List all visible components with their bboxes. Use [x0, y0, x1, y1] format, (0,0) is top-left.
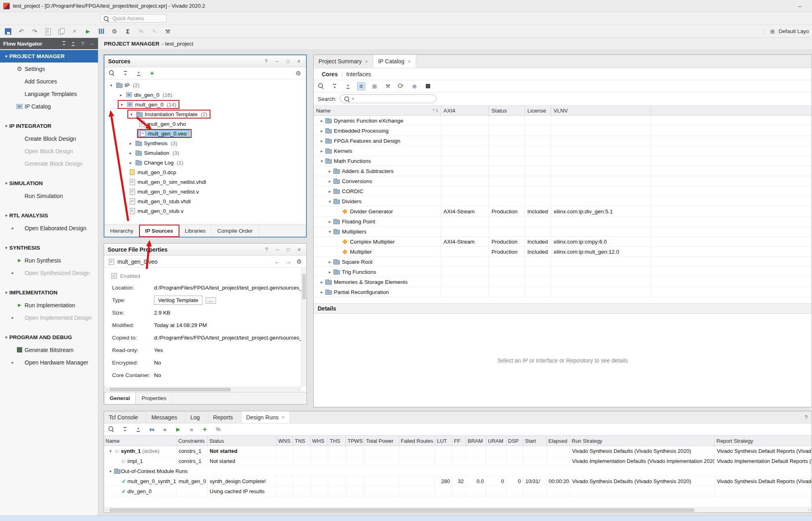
menu-item[interactable]: [41, 17, 51, 21]
bottom-tab[interactable]: Tcl Console: [104, 411, 146, 423]
search-icon[interactable]: [317, 82, 325, 90]
expander-icon[interactable]: ▾: [107, 449, 114, 453]
scrollbar-thumb[interactable]: [110, 388, 231, 391]
help-icon[interactable]: [263, 246, 270, 253]
settings-icon[interactable]: [294, 69, 302, 77]
expand-all-icon[interactable]: [70, 41, 76, 47]
catalog-row[interactable]: ▾ Math Functions: [314, 156, 812, 166]
column-header[interactable]: License: [525, 106, 551, 115]
catalog-row[interactable]: ▸ Partial Reconfiguration: [314, 287, 812, 297]
fforward-icon[interactable]: [187, 425, 196, 433]
quick-access-search[interactable]: Quick Access: [100, 14, 167, 23]
catalog-row[interactable]: ▸ Memories & Storage Elements: [314, 277, 812, 287]
catalog-row[interactable]: ▸ Trig Functions: [314, 267, 812, 277]
design-run-row[interactable]: mult_gen_0_synth_1 mult_gen_0 synth_desi…: [104, 476, 812, 486]
expand-all-icon[interactable]: [344, 82, 352, 90]
expander-icon[interactable]: ▸: [319, 119, 325, 123]
flow-nav-item[interactable]: IP Catalog: [0, 100, 98, 113]
help-icon[interactable]: [262, 58, 270, 65]
design-run-row[interactable]: div_gen_0 Using cached IP results: [104, 486, 812, 496]
bottom-tab[interactable]: Reports: [208, 411, 242, 423]
delete-icon[interactable]: [70, 27, 79, 36]
flow-nav-item[interactable]: Generate Block Design: [0, 157, 98, 170]
layout-selector[interactable]: Default Layou: [764, 28, 809, 35]
tree-item[interactable]: ▸ div_gen_0 (16): [104, 90, 306, 100]
flow-nav-item[interactable]: ▾ SIMULATION: [0, 177, 98, 190]
float-icon[interactable]: [274, 246, 281, 253]
flow-nav-item[interactable]: Language Templates: [0, 88, 98, 100]
flow-nav-item[interactable]: ▸ Open Synthesized Design: [0, 267, 98, 279]
menu-item[interactable]: [2, 17, 12, 21]
column-header[interactable]: LUT: [435, 436, 452, 446]
flow-nav-item[interactable]: Generate Bitstream: [0, 344, 98, 356]
menu-item[interactable]: [70, 17, 80, 21]
minimize-button[interactable]: –: [791, 2, 809, 9]
column-header[interactable]: DSP: [506, 436, 523, 446]
close-tab-icon[interactable]: ×: [365, 58, 368, 65]
percent-icon[interactable]: [214, 425, 222, 433]
stop-icon[interactable]: [424, 82, 432, 90]
edit-icon[interactable]: [150, 27, 159, 36]
catalog-row[interactable]: ▸ Kernels: [314, 146, 812, 156]
catalog-row[interactable]: Complex Multiplier AXI4-Stream Productio…: [314, 237, 812, 247]
expand-all-icon[interactable]: [135, 69, 143, 77]
tree-item[interactable]: ▸ Synthesis (3): [104, 138, 306, 148]
bottom-tab[interactable]: Messages: [146, 411, 185, 423]
expander-icon[interactable]: ▾: [327, 229, 333, 234]
scroll-right-icon[interactable]: [806, 508, 812, 512]
tree-item[interactable]: mult_gen_0.dcp: [104, 167, 306, 177]
flow-nav-item[interactable]: ▾ SYNTHESIS: [0, 242, 98, 254]
flow-nav-item[interactable]: Run Implementation: [0, 299, 98, 311]
tree-item[interactable]: ▾ mult_gen_0 (14): [104, 100, 306, 109]
expander-icon[interactable]: ▸: [327, 169, 333, 173]
column-header[interactable]: Name ^ 1: [314, 106, 441, 115]
web-icon[interactable]: [410, 82, 418, 90]
tree-item[interactable]: mult_gen_0.vho: [104, 119, 306, 129]
catalog-row[interactable]: Divider Generator AXI4-Stream Production…: [314, 206, 812, 217]
tools-icon[interactable]: [163, 27, 173, 36]
catalog-row[interactable]: ▸ Square Root: [314, 257, 812, 267]
maximize-icon[interactable]: [284, 58, 291, 65]
design-run-row[interactable]: ▾ Out-of-Context Module Runs: [104, 466, 812, 476]
column-header[interactable]: URAM: [486, 436, 506, 446]
close-tab-icon[interactable]: ×: [408, 58, 411, 65]
vertical-scrollbar[interactable]: [301, 268, 306, 387]
horizontal-scrollbar[interactable]: [104, 387, 301, 392]
panel-tab[interactable]: Libraries: [179, 225, 212, 237]
help-icon[interactable]: ?: [800, 414, 812, 421]
expand-all-icon[interactable]: [134, 425, 142, 433]
expander-icon[interactable]: ▾: [107, 469, 114, 473]
view-tab[interactable]: Cores: [318, 71, 342, 77]
flow-nav-item[interactable]: ▸ Open Hardware Manager: [0, 356, 98, 369]
collapse-all-icon[interactable]: [331, 82, 339, 90]
design-run-row[interactable]: ▾ synth_1 (active) constrs_1 Not started: [104, 446, 812, 456]
panel-tab[interactable]: Hierarchy: [104, 225, 139, 237]
rewind-icon[interactable]: [161, 425, 169, 433]
expander-icon[interactable]: ▸: [327, 260, 333, 264]
expander-icon[interactable]: ▸: [319, 280, 325, 284]
close-tab-icon[interactable]: ×: [282, 414, 285, 420]
tree-item[interactable]: mult_gen_0.veo: [104, 129, 306, 138]
expander-icon[interactable]: ▾: [108, 83, 115, 88]
bottom-tab[interactable]: Design Runs ×: [242, 411, 290, 423]
expander-icon[interactable]: ▸: [319, 290, 325, 294]
view-tab[interactable]: Interfaces: [342, 71, 375, 77]
float-icon[interactable]: [273, 58, 281, 65]
expander-icon[interactable]: ▾: [128, 112, 135, 117]
close-icon[interactable]: [295, 58, 302, 65]
tree-item[interactable]: ▸ Change Log (1): [104, 158, 306, 167]
expander-icon[interactable]: ▸: [327, 179, 333, 183]
column-header[interactable]: Status: [208, 436, 277, 446]
column-header[interactable]: Start: [523, 436, 547, 446]
flow-nav-item[interactable]: Add Sources: [0, 75, 98, 88]
catalog-row[interactable]: ▸ Conversions: [314, 176, 812, 186]
menu-item[interactable]: [31, 17, 41, 21]
column-header[interactable]: THS: [328, 436, 346, 446]
ip-search-input[interactable]: ▾: [340, 94, 437, 103]
run-icon[interactable]: [174, 425, 182, 433]
catalog-row[interactable]: ▸ Dynamic Function eXchange: [314, 116, 812, 126]
panel-tab[interactable]: General: [104, 392, 136, 404]
float-icon[interactable]: [89, 41, 95, 47]
expander-icon[interactable]: ▸: [327, 189, 333, 194]
tree-item[interactable]: ▾ Instantiation Template (2): [104, 109, 306, 119]
